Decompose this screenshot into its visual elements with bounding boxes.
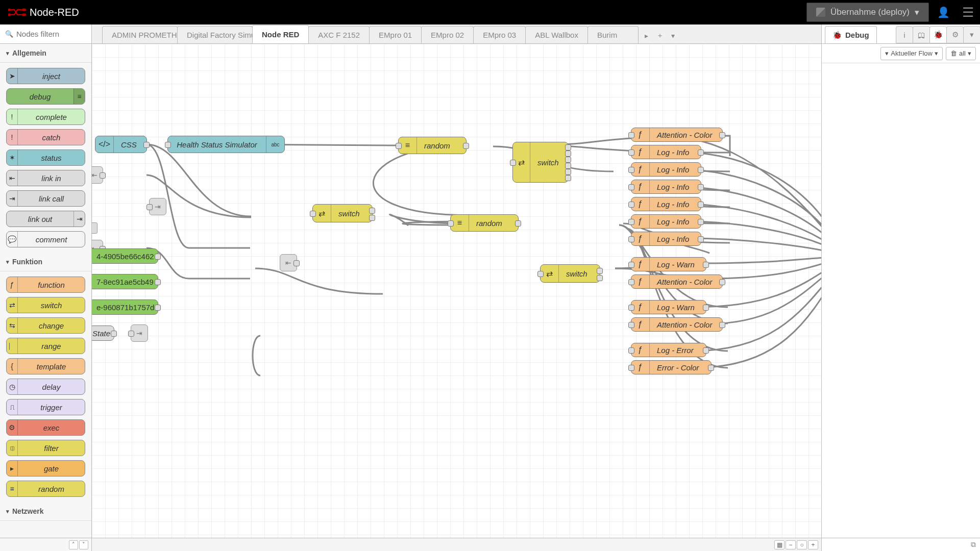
flow-node-uuid-3[interactable]: e-960871b1757d [92,299,158,315]
flow-node-health-sim[interactable]: Health Status Simulator abc [167,136,285,153]
flow-node-function[interactable]: ƒAttention - Color [631,128,723,142]
flow-node-function[interactable]: ƒAttention - Color [631,317,723,332]
tab-scroll-icon[interactable]: ▸ [640,28,653,43]
link-out-node[interactable]: ⇥ [149,198,166,215]
flow-node-uuid-2[interactable]: 7-8ec91ae5cb49 [92,274,158,289]
palette-category[interactable]: ▾Netzwerk [0,502,91,521]
link-port[interactable] [92,222,97,234]
flow-tab[interactable]: EMpro 02 [421,26,474,43]
debug-clear-button[interactable]: 🗑all▾ [946,47,976,60]
flow-node-function[interactable]: ƒLog - Error [631,343,706,357]
flow-node-function[interactable]: ƒLog - Info [631,145,701,159]
palette-node-change[interactable]: ⇆change [6,317,85,334]
svg-rect-0 [22,9,26,11]
flow-node-function[interactable]: ƒLog - Warn [631,257,706,271]
tab-menu-icon[interactable]: ▾ [667,28,680,43]
bug-icon: 🐞 [832,31,842,40]
flow-node-function[interactable]: ƒLog - Info [631,214,701,229]
node-icon: ▸ [7,461,18,476]
palette-node-complete[interactable]: !complete [6,109,85,125]
flow-node-function[interactable]: ƒLog - Info [631,197,701,211]
palette-node-debug[interactable]: debug≡ [6,88,85,105]
flow-node-function[interactable]: ƒAttention - Color [631,274,723,289]
palette-node-exec[interactable]: ⚙exec [6,419,85,436]
zoom-in-icon[interactable]: + [808,540,818,549]
palette-node-link-in[interactable]: ⇤link in [6,170,85,186]
flow-node-state[interactable]: State [92,325,114,341]
palette-collapse-up-icon[interactable]: ˄ [69,540,78,549]
palette-node-random[interactable]: ≡random [6,481,85,497]
info-icon[interactable]: i [896,26,913,43]
palette-node-function[interactable]: ƒfunction [6,277,85,293]
logo: Node-RED [0,7,87,18]
debug-tab[interactable]: 🐞 Debug [825,26,877,43]
flow-tab[interactable]: Node RED [252,25,309,43]
palette-node-link-out[interactable]: link out⇥ [6,211,85,227]
wires [92,44,821,538]
flow-node-switch[interactable]: ⇄ switch [540,264,600,283]
search-icon: 🔍 [5,30,13,38]
palette-node-range[interactable]: ⎸range [6,338,85,354]
palette-node-switch[interactable]: ⇄switch [6,297,85,313]
flow-node-switch-large[interactable]: ⇄ switch [512,142,569,183]
flow-tab[interactable]: Burim [587,26,639,43]
tab-add-icon[interactable]: ＋ [653,28,667,43]
flow-node-css[interactable]: </> CSS [95,136,147,153]
palette-node-trigger[interactable]: ⎍trigger [6,399,85,415]
flow-node-function[interactable]: ƒError - Color [631,360,712,374]
palette-node-status[interactable]: ✶status [6,149,85,166]
palette-node-inject[interactable]: ➤inject [6,68,85,84]
node-icon: ⎅ [7,440,18,456]
flow-tab[interactable]: EMpro 01 [369,26,422,43]
palette-node-gate[interactable]: ▸gate [6,460,85,477]
palette-category[interactable]: ▾Allgemein [0,44,91,63]
flow-tab[interactable]: ABL Wallbox [525,26,588,43]
trash-icon: 🗑 [950,49,957,57]
palette-search-input[interactable] [16,30,86,38]
palette-category[interactable]: ▾Funktion [0,253,91,271]
flow-node-function[interactable]: ƒLog - Info [631,180,701,194]
flow-node-random[interactable]: ≡ random [450,214,519,232]
palette-node-comment[interactable]: 💬comment [6,231,85,247]
flow-node-uuid-1[interactable]: 4-4905be66c462 [92,248,158,264]
flow-node-function[interactable]: ƒLog - Warn [631,300,706,314]
palette-node-delay[interactable]: ◷delay [6,379,85,395]
code-icon: </> [95,136,114,153]
navigator-icon[interactable]: ▦ [774,540,785,549]
user-icon[interactable]: 👤 [931,0,955,24]
flow-node-function[interactable]: ƒLog - Info [631,162,701,177]
deploy-button[interactable]: Übernahme (deploy) ▾ [806,3,929,22]
flow-node-random[interactable]: ≡ random [398,137,467,154]
node-icon: ≡ [7,481,18,496]
palette-node-filter[interactable]: ⎅filter [6,440,85,456]
palette-node-template[interactable]: {template [6,358,85,374]
zoom-reset-icon[interactable]: ○ [797,540,807,549]
config-icon[interactable]: ⚙ [946,26,964,43]
palette-node-catch[interactable]: !catch [6,129,85,145]
zoom-out-icon[interactable]: − [786,540,796,549]
chevron-down-icon: ▾ [6,50,9,57]
help-icon[interactable]: 🕮 [913,26,930,43]
link-in-node[interactable]: ⇤ [92,166,103,184]
link-out-node[interactable]: ⇥ [131,324,148,342]
menu-icon[interactable]: ☰ [955,0,980,24]
link-in-node[interactable]: ⇤ [280,254,297,271]
flow-canvas[interactable]: </> CSS Health Status Simulator abc ⇤ ⇤ … [92,44,821,538]
flow-tab[interactable]: AXC F 2152 [308,26,370,43]
flow-tab[interactable]: EMpro 03 [473,26,526,43]
node-icon: ◷ [7,379,18,394]
flow-node-function[interactable]: ƒLog - Info [631,232,701,246]
node-icon: ⇤ [7,170,18,186]
debug-filter-button[interactable]: ▾Aktueller Flow▾ [880,47,943,60]
palette-collapse-down-icon[interactable]: ˅ [79,540,88,549]
flow-tab[interactable]: Digital Factory Simu [177,26,253,43]
chevron-down-icon[interactable]: ▾ [963,26,980,43]
flow-tab[interactable]: ADMIN PROMETHE [102,26,178,43]
flow-node-switch[interactable]: ⇄ switch [312,204,373,222]
sidebar-open-window-icon[interactable]: ⧉ [971,540,976,549]
debug-icon[interactable]: 🐞 [929,26,947,43]
palette-node-link-call[interactable]: ⇥link call [6,190,85,207]
app-header: Node-RED Übernahme (deploy) ▾ 👤 ☰ [0,0,980,24]
node-icon: ⚙ [7,420,18,435]
workspace: ADMIN PROMETHEDigital Factory SimuNode R… [92,24,822,551]
